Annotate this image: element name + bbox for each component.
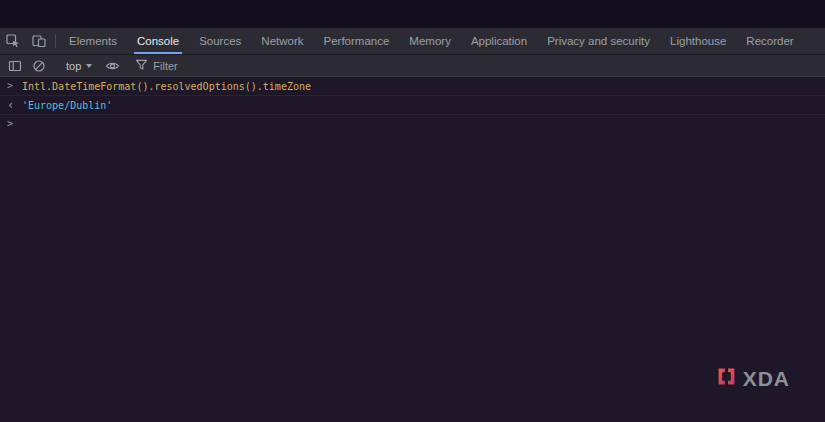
result-arrow-icon: ‹ (7, 96, 22, 114)
console-sidebar-icon[interactable] (3, 55, 27, 77)
xda-logo-icon (717, 367, 736, 390)
tab-network[interactable]: Network (251, 28, 313, 54)
tab-sources[interactable]: Sources (189, 28, 251, 54)
console-input-echo-row: > Intl.DateTimeFormat().resolvedOptions(… (0, 77, 825, 96)
context-selector-label: top (66, 60, 81, 72)
tab-console[interactable]: Console (127, 28, 189, 54)
live-expression-eye-icon[interactable] (100, 55, 124, 77)
devtools-window: Elements Console Sources Network Perform… (0, 0, 825, 422)
tab-elements[interactable]: Elements (59, 28, 127, 54)
context-selector-dropdown[interactable]: top (58, 60, 100, 72)
devtools-tabbar: Elements Console Sources Network Perform… (0, 28, 825, 55)
page-top-strip (0, 0, 825, 28)
clear-console-icon[interactable] (27, 55, 51, 77)
filter-container (131, 57, 287, 75)
console-prompt-row[interactable]: > (0, 115, 825, 133)
filter-funnel-icon (135, 57, 148, 75)
chevron-down-icon (86, 64, 92, 68)
input-chevron-icon: > (7, 77, 22, 95)
filter-input[interactable] (153, 60, 283, 72)
xda-wordmark: XDA (743, 368, 790, 389)
inspect-element-icon[interactable] (0, 28, 26, 54)
console-command-text: Intl.DateTimeFormat().resolvedOptions().… (22, 81, 311, 92)
tab-recorder[interactable]: Recorder (736, 28, 803, 54)
devtools-tabs: Elements Console Sources Network Perform… (59, 28, 804, 54)
device-toolbar-icon[interactable] (26, 28, 52, 54)
console-toolbar: top (0, 55, 825, 77)
tabbar-separator (55, 34, 56, 48)
console-result-value: 'Europe/Dublin' (22, 100, 112, 111)
tab-memory[interactable]: Memory (399, 28, 461, 54)
tab-lighthouse[interactable]: Lighthouse (660, 28, 736, 54)
console-messages: > Intl.DateTimeFormat().resolvedOptions(… (0, 77, 825, 133)
tab-privacy-and-security[interactable]: Privacy and security (537, 28, 660, 54)
prompt-chevron-icon: > (7, 115, 22, 133)
tab-performance[interactable]: Performance (314, 28, 400, 54)
console-result-row: ‹ 'Europe/Dublin' (0, 96, 825, 115)
tab-application[interactable]: Application (461, 28, 537, 54)
xda-watermark: XDA (717, 367, 790, 390)
